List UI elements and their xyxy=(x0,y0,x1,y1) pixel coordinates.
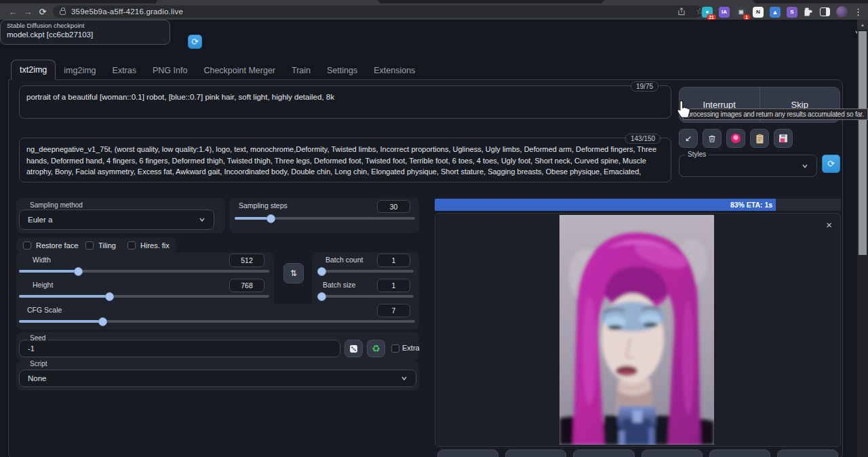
output-action-button[interactable] xyxy=(642,450,703,457)
url-text[interactable]: 359e5b9a-a5ff-4216.gradio.live xyxy=(71,7,183,16)
prompt-token-counter: 19/75 xyxy=(631,81,658,92)
chevron-down-icon xyxy=(401,375,408,382)
output-action-button[interactable] xyxy=(437,450,498,457)
dice-icon xyxy=(349,344,358,353)
cfg-scale-label: CFG Scale xyxy=(27,306,62,314)
prompt-tools-row: ↙ xyxy=(679,129,793,148)
address-bar[interactable]: 359e5b9a-a5ff-4216.gradio.live xyxy=(53,5,703,18)
output-action-button[interactable] xyxy=(709,450,770,457)
progress-bar: 83% ETA: 1s xyxy=(435,199,841,211)
slider-handle[interactable] xyxy=(74,267,83,276)
sampling-steps-input[interactable]: 30 xyxy=(377,200,410,213)
sampling-steps-label: Sampling steps xyxy=(239,201,288,210)
browser-menu-icon[interactable]: ⋮ xyxy=(854,7,863,17)
cfg-scale-slider[interactable] xyxy=(19,320,415,323)
checkpoint-refresh-button[interactable]: ⟳ xyxy=(188,35,202,49)
tab-train[interactable]: Train xyxy=(283,61,319,80)
sampling-method-value: Euler a xyxy=(28,216,52,224)
tab-extras[interactable]: Extras xyxy=(104,61,144,80)
swap-icon: ⇅ xyxy=(290,269,297,278)
tab-bar: txt2img img2img Extras PNG Info Checkpoi… xyxy=(11,60,423,80)
slider-handle[interactable] xyxy=(105,292,114,301)
seed-extra-checkbox[interactable] xyxy=(391,344,399,353)
seed-extra-label: Extra xyxy=(402,344,420,352)
slider-handle[interactable] xyxy=(98,317,107,326)
batch-count-slider[interactable] xyxy=(317,270,414,273)
back-icon[interactable]: ← xyxy=(5,7,20,17)
tiling-checkbox[interactable] xyxy=(85,241,94,250)
share-icon[interactable] xyxy=(677,7,686,16)
save-style-icon xyxy=(778,134,788,143)
image-extension-icon[interactable]: ▲ xyxy=(770,7,781,18)
scrollbar-up-arrow[interactable]: ▲ xyxy=(857,20,868,30)
restore-faces-checkbox[interactable] xyxy=(23,241,31,250)
height-slider[interactable] xyxy=(19,295,269,298)
sampling-method-dropdown[interactable]: Euler a xyxy=(19,210,214,230)
prompt-input[interactable]: portrait of a beautiful [woman::0.1] rob… xyxy=(19,85,671,119)
tab-extensions[interactable]: Extensions xyxy=(366,61,423,80)
script-dropdown[interactable]: None xyxy=(19,370,416,387)
restore-faces-option[interactable]: Restore faces xyxy=(16,237,89,253)
swap-dimensions-button[interactable]: ⇅ xyxy=(283,263,304,283)
browser-toolbar: ← → ⟳ 359e5b9a-a5ff-4216.gradio.live ☆ ●… xyxy=(0,3,868,20)
batch-count-input[interactable]: 1 xyxy=(377,254,410,267)
cfg-group xyxy=(16,304,419,330)
apply-style-button[interactable] xyxy=(750,129,769,148)
close-preview-icon[interactable]: × xyxy=(826,219,832,231)
tab-checkpoint-merger[interactable]: Checkpoint Merger xyxy=(195,61,283,80)
slider-handle[interactable] xyxy=(317,292,326,301)
height-input[interactable]: 768 xyxy=(229,279,264,292)
hires-fix-option[interactable]: Hires. fix xyxy=(121,237,176,253)
pin-extension-icon[interactable]: ●21 xyxy=(702,7,713,18)
slider-handle[interactable] xyxy=(267,214,275,223)
gradio-app: Stable Diffusion checkpoint model.ckpt [… xyxy=(0,20,868,457)
tab-png-info[interactable]: PNG Info xyxy=(144,61,195,80)
cfg-scale-input[interactable]: 7 xyxy=(377,304,410,317)
chevron-down-icon xyxy=(802,163,808,170)
puzzle-extensions-icon[interactable] xyxy=(804,7,814,17)
sidebar-toggle-icon[interactable] xyxy=(820,7,830,16)
lock-icon xyxy=(60,10,66,15)
paste-params-button[interactable]: ↙ xyxy=(679,129,698,148)
output-action-button[interactable] xyxy=(777,450,838,457)
tab-img2img[interactable]: img2img xyxy=(56,61,104,80)
save-style-button[interactable] xyxy=(774,129,793,148)
interrupt-tooltip: processing images and return any results… xyxy=(683,108,868,120)
hires-fix-checkbox[interactable] xyxy=(127,241,136,250)
tab-settings[interactable]: Settings xyxy=(319,61,366,80)
ia-extension-icon[interactable]: IA xyxy=(719,7,730,18)
generated-image[interactable] xyxy=(559,215,714,445)
width-slider[interactable] xyxy=(19,270,269,273)
random-seed-button[interactable] xyxy=(344,340,363,357)
forward-icon[interactable]: → xyxy=(20,7,35,17)
batch-size-slider[interactable] xyxy=(317,295,414,298)
scrollbar-thumb[interactable] xyxy=(859,31,867,255)
seed-input[interactable]: -1 xyxy=(19,340,340,357)
clear-prompt-button[interactable] xyxy=(703,129,722,148)
slider-handle[interactable] xyxy=(317,267,326,276)
screenshot-root: ← → ⟳ 359e5b9a-a5ff-4216.gradio.live ☆ ●… xyxy=(0,0,868,457)
batch-count-label: Batch count xyxy=(326,256,363,264)
batch-size-input[interactable]: 1 xyxy=(377,279,410,292)
sampling-steps-slider[interactable] xyxy=(235,217,415,220)
s-extension-icon[interactable]: S xyxy=(787,7,797,18)
extra-networks-button[interactable] xyxy=(726,129,745,148)
width-input[interactable]: 512 xyxy=(229,254,264,267)
negative-prompt-input[interactable]: ng_deepnegative_v1_75t, (worst quality, … xyxy=(19,138,671,182)
output-action-button[interactable] xyxy=(573,450,634,457)
checkpoint-dropdown[interactable]: Stable Diffusion checkpoint model.ckpt [… xyxy=(0,20,170,45)
notion-extension-icon[interactable]: N xyxy=(753,7,764,18)
output-gallery: × xyxy=(435,213,841,447)
hires-fix-label: Hires. fix xyxy=(140,241,170,250)
output-action-button[interactable] xyxy=(505,450,566,457)
tiling-option[interactable]: Tiling xyxy=(79,237,123,253)
refresh-icon[interactable]: ⟳ xyxy=(35,7,50,17)
camera-extension-icon[interactable]: ▣1 xyxy=(736,7,747,18)
reuse-seed-button[interactable]: ♻ xyxy=(367,340,385,357)
script-label: Script xyxy=(27,360,50,367)
page-scrollbar[interactable]: ▲ xyxy=(857,20,868,457)
styles-refresh-button[interactable]: ⟳ xyxy=(822,155,840,173)
profile-avatar[interactable] xyxy=(836,6,848,18)
tab-txt2img[interactable]: txt2img xyxy=(11,60,56,80)
seed-value: -1 xyxy=(28,344,35,353)
